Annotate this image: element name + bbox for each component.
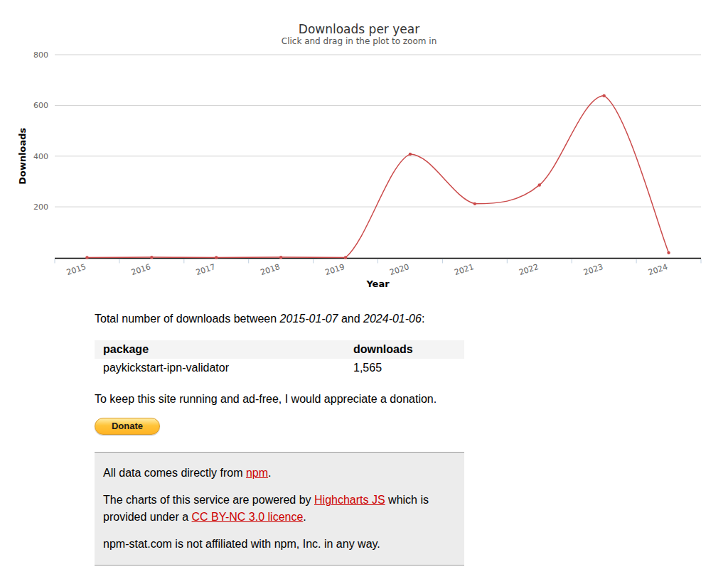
data-point-marker xyxy=(667,251,670,254)
x-tick-label: 2016 xyxy=(130,262,152,277)
x-tick-label: 2022 xyxy=(518,262,540,277)
chart-subtitle: Click and drag in the plot to zoom in xyxy=(282,36,437,46)
x-tick-label: 2023 xyxy=(582,262,604,277)
x-tick-label: 2020 xyxy=(389,262,411,277)
data-point-marker xyxy=(215,256,218,259)
y-tick-label: 800 xyxy=(33,50,48,60)
highcharts-link[interactable]: Highcharts JS xyxy=(314,494,385,506)
y-tick-label: 400 xyxy=(33,152,48,161)
x-axis-title: Year xyxy=(365,278,390,289)
footer-disclaimer: npm-stat.com is not affiliated with npm,… xyxy=(103,536,456,553)
footer-data-source: All data comes directly from npm. xyxy=(103,465,456,482)
table-header-row: package downloads xyxy=(95,340,464,359)
donation-text: To keep this site running and ad-free, I… xyxy=(95,392,464,406)
data-point-marker xyxy=(538,183,541,186)
downloads-per-year-chart[interactable]: 2004006008002015201620172018201920202021… xyxy=(0,0,728,297)
downloads-count-cell: 1,565 xyxy=(345,359,464,377)
x-tick-label: 2018 xyxy=(259,262,282,277)
data-point-marker xyxy=(279,256,282,259)
y-tick-label: 200 xyxy=(33,202,48,212)
summary-line: Total number of downloads between 2015-0… xyxy=(95,312,464,325)
data-point-marker xyxy=(85,256,88,259)
downloads-series-line xyxy=(87,96,668,258)
y-tick-label: 600 xyxy=(33,101,48,110)
downloads-table: package downloads paykickstart-ipn-valid… xyxy=(95,340,464,377)
footer-charts-credit: The charts of this service are powered b… xyxy=(103,492,443,526)
start-date: 2015-01-07 xyxy=(280,313,338,325)
y-axis-title: Downloads xyxy=(17,127,28,184)
npm-link[interactable]: npm xyxy=(246,467,268,479)
column-header-package: package xyxy=(95,340,345,359)
column-header-downloads: downloads xyxy=(345,340,464,359)
end-date: 2024-01-06 xyxy=(363,313,422,325)
main-content: Total number of downloads between 2015-0… xyxy=(95,312,464,566)
x-tick-label: 2019 xyxy=(324,262,346,277)
package-name-cell: paykickstart-ipn-validator xyxy=(95,359,345,377)
chart-title: Downloads per year xyxy=(299,22,419,36)
data-point-marker xyxy=(473,202,476,205)
chart-svg: 2004006008002015201620172018201920202021… xyxy=(0,0,728,297)
x-tick-label: 2017 xyxy=(195,262,217,277)
x-tick-label: 2021 xyxy=(453,262,475,277)
data-point-marker xyxy=(409,153,412,156)
data-point-marker xyxy=(150,256,153,259)
x-tick-label: 2024 xyxy=(647,262,669,277)
data-point-marker xyxy=(344,256,347,259)
cc-licence-link[interactable]: CC BY-NC 3.0 licence xyxy=(192,511,304,523)
footer-box: All data comes directly from npm. The ch… xyxy=(95,452,464,566)
x-tick-label: 2015 xyxy=(65,262,87,277)
data-point-marker xyxy=(602,94,605,97)
table-row: paykickstart-ipn-validator 1,565 xyxy=(95,359,464,377)
donate-button[interactable]: Donate xyxy=(95,418,160,435)
